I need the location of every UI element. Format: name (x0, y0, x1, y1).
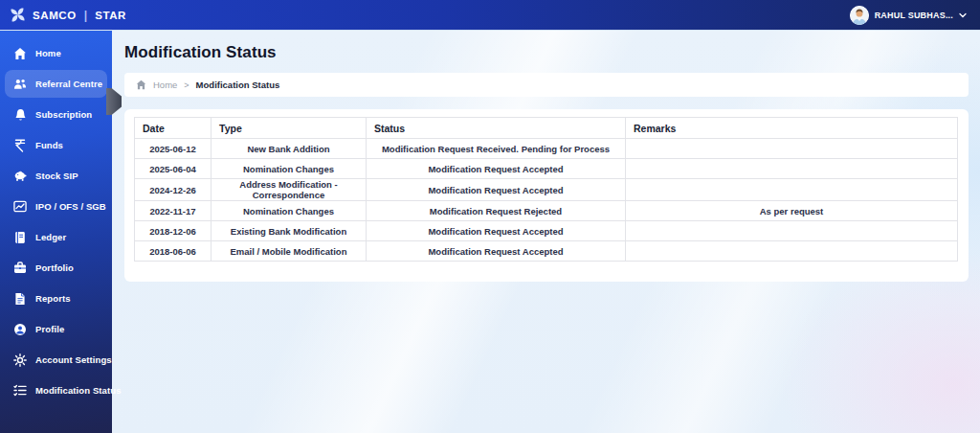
breadcrumb-current: Modification Status (196, 80, 280, 90)
sidebar-item-label: Funds (35, 140, 63, 150)
referral-icon (13, 78, 27, 91)
table-cell: Modification Request Accepted (367, 241, 626, 262)
piggy-bank-icon (13, 170, 27, 183)
sidebar-item-label: Ledger (35, 232, 66, 242)
table-cell: 2024-12-26 (135, 179, 212, 201)
brand-logo[interactable]: SAMCO | STAR (0, 7, 126, 23)
home-icon (13, 47, 27, 60)
table-cell: Nomination Changes (212, 201, 367, 221)
sidebar-item-label: Stock SIP (35, 171, 78, 181)
sidebar-item-label: Portfolio (35, 262, 74, 273)
modification-status-card: DateTypeStatusRemarks 2025-06-12New Bank… (124, 109, 969, 282)
brand-separator: | (84, 9, 87, 22)
table-cell (626, 139, 958, 159)
main-content: Modification Status Home > Modification … (112, 31, 980, 433)
table-cell (626, 241, 958, 262)
table-row: 2025-06-04Nomination ChangesModification… (135, 159, 958, 179)
column-header: Date (135, 118, 212, 139)
briefcase-icon (13, 262, 27, 275)
table-cell: Nomination Changes (212, 159, 367, 179)
table-cell (626, 179, 958, 201)
breadcrumb-home-link[interactable]: Home (153, 80, 177, 90)
page-title: Modification Status (124, 43, 969, 62)
sidebar: HomeReferral CentreSubscriptionFundsStoc… (0, 31, 112, 433)
modification-status-table: DateTypeStatusRemarks 2025-06-12New Bank… (134, 117, 958, 262)
sidebar-item-home[interactable]: Home (5, 39, 107, 67)
column-header: Status (367, 118, 626, 139)
table-cell: Existing Bank Modification (212, 221, 367, 241)
profile-icon (13, 323, 27, 336)
table-cell: New Bank Addition (212, 139, 367, 159)
table-cell (626, 221, 958, 241)
sidebar-item-label: Subscription (35, 109, 92, 120)
table-row: 2025-06-12New Bank AdditionModification … (135, 139, 958, 159)
table-cell: 2025-06-12 (135, 139, 212, 159)
sidebar-item-ipo-ofs-sgb[interactable]: IPO / OFS / SGB (5, 193, 107, 220)
home-icon (136, 80, 146, 90)
table-row: 2022-11-17Nomination ChangesModification… (135, 201, 958, 221)
ledger-icon (13, 231, 27, 244)
sidebar-item-label: Referral Centre (35, 79, 102, 89)
table-cell: As per request (626, 201, 958, 221)
user-name: RAHUL SUBHAS... (875, 11, 953, 20)
table-header-row: DateTypeStatusRemarks (135, 118, 958, 139)
sidebar-item-portfolio[interactable]: Portfolio (5, 254, 107, 282)
column-header: Remarks (626, 118, 958, 139)
table-cell: Email / Mobile Modification (212, 241, 367, 262)
sidebar-item-ledger[interactable]: Ledger (5, 223, 107, 251)
sidebar-item-label: Reports (35, 293, 71, 304)
table-cell: Modification Request Rejected (367, 201, 626, 221)
sidebar-item-subscription[interactable]: Subscription (5, 101, 107, 128)
sidebar-item-label: Modification Status (35, 385, 122, 396)
sidebar-nav: HomeReferral CentreSubscriptionFundsStoc… (0, 39, 112, 404)
document-icon (13, 292, 27, 306)
breadcrumb: Home > Modification Status (124, 73, 969, 97)
sidebar-item-account-settings[interactable]: Account Settings (5, 346, 107, 374)
chart-icon (13, 200, 27, 214)
sidebar-item-label: Profile (35, 324, 64, 334)
table-row: 2018-06-06Email / Mobile ModificationMod… (135, 241, 958, 262)
table-cell: 2022-11-17 (135, 201, 212, 221)
table-row: 2024-12-26Address Modification - Corresp… (135, 179, 958, 201)
samco-pinwheel-icon (10, 7, 26, 23)
user-menu[interactable]: RAHUL SUBHAS... (850, 6, 980, 25)
checklist-icon (13, 384, 27, 398)
table-row: 2018-12-06Existing Bank ModificationModi… (135, 221, 958, 241)
table-cell: Modification Request Received. Pending f… (367, 139, 626, 159)
sidebar-item-label: Home (35, 48, 61, 58)
table-cell: 2018-06-06 (135, 241, 212, 262)
breadcrumb-separator: > (184, 80, 189, 90)
table-cell: 2025-06-04 (135, 159, 212, 179)
column-header: Type (212, 118, 367, 139)
sidebar-item-reports[interactable]: Reports (5, 285, 107, 312)
sidebar-item-stock-sip[interactable]: Stock SIP (5, 162, 107, 190)
sidebar-item-profile[interactable]: Profile (5, 315, 107, 343)
gear-icon (13, 353, 27, 367)
table-cell: Modification Request Accepted (367, 221, 626, 241)
table-cell: Address Modification - Correspondence (212, 179, 367, 201)
chevron-down-icon (959, 12, 967, 18)
bell-icon (13, 108, 27, 122)
sidebar-item-modification-status[interactable]: Modification Status (5, 376, 107, 404)
table-cell: 2018-12-06 (135, 221, 212, 241)
sidebar-item-label: IPO / OFS / SGB (35, 201, 106, 212)
sidebar-item-referral-centre[interactable]: Referral Centre (5, 70, 107, 98)
table-cell (626, 159, 958, 179)
sidebar-item-funds[interactable]: Funds (5, 131, 107, 159)
topbar: SAMCO | STAR RAHUL SUBHAS... (0, 0, 980, 31)
brand-sub-name: STAR (95, 10, 126, 21)
rupee-icon (13, 139, 27, 152)
brand-name: SAMCO (33, 10, 77, 21)
avatar (850, 6, 869, 25)
table-cell: Modification Request Accepted (367, 179, 626, 201)
table-cell: Modification Request Accepted (367, 159, 626, 179)
sidebar-item-label: Account Settings (35, 354, 112, 365)
